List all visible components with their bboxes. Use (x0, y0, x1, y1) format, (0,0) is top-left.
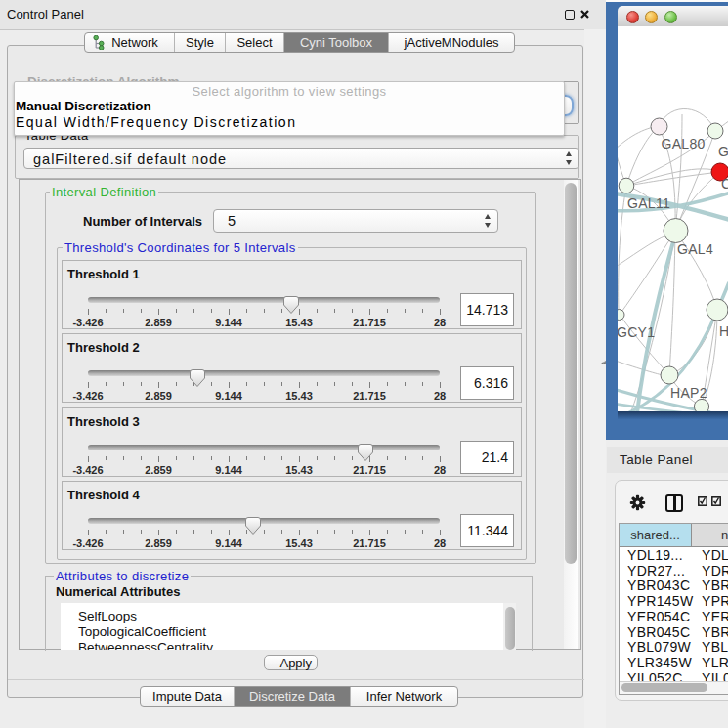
svg-text:H: H (719, 323, 728, 339)
svg-text:GAL4: GAL4 (677, 241, 713, 257)
svg-text:GCY1: GCY1 (618, 324, 655, 340)
svg-text:C: C (721, 176, 728, 192)
svg-text:GA: GA (718, 144, 728, 159)
svg-text:HAP2: HAP2 (670, 385, 707, 401)
svg-text:GAL11: GAL11 (627, 195, 670, 211)
svg-text:GAL80: GAL80 (662, 136, 706, 151)
